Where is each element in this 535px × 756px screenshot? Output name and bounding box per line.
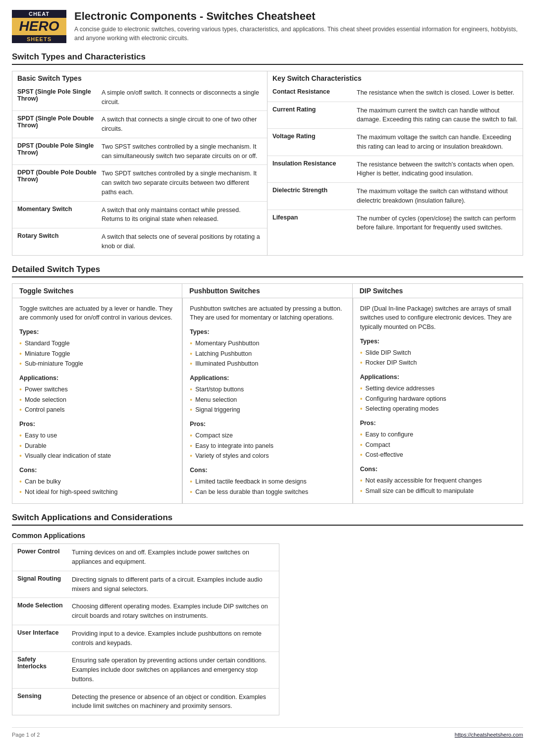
toggle-type-0: Standard Toggle: [19, 339, 175, 348]
app-val-2: Choosing different operating modes. Exam…: [72, 602, 274, 621]
detailed-headers: Toggle Switches Pushbutton Switches DIP …: [12, 284, 523, 298]
key-key-5: Lifespan: [272, 214, 352, 233]
dip-types-list: Slide DIP Switch Rocker DIP Switch: [360, 348, 516, 368]
key-row-0: Contact Resistance The resistance when t…: [268, 84, 523, 102]
dip-con-1: Small size can be difficult to manipulat…: [360, 486, 516, 496]
logo-sheets: SHEETS: [12, 35, 66, 43]
header-text: Electronic Components - Switches Cheatsh…: [74, 10, 523, 43]
key-switch-chars: Key Switch Characteristics Contact Resis…: [268, 71, 523, 255]
basic-switch-header: Basic Switch Types: [12, 71, 267, 84]
toggle-pros-head: Pros:: [19, 420, 175, 429]
pushbutton-app-0: Start/stop buttons: [190, 385, 345, 394]
basic-val-0: A simple on/off switch. It connects or d…: [102, 88, 262, 107]
dip-pro-0: Easy to configure: [360, 430, 516, 439]
app-val-5: Detecting the presence or absence of an …: [72, 693, 274, 711]
toggle-cons-list: Can be bulky Not ideal for high-speed sw…: [19, 477, 175, 497]
footer: Page 1 of 2 https://cheatsheetshero.com: [12, 727, 523, 738]
pushbutton-type-1: Latching Pushbutton: [190, 349, 345, 359]
dip-type-1: Rocker DIP Switch: [360, 358, 516, 368]
basic-key-5: Rotary Switch: [17, 232, 97, 251]
app-row-1: Signal Routing Directing signals to diff…: [12, 571, 279, 598]
toggle-apps-head: Applications:: [19, 374, 175, 383]
pushbutton-desc: Pushbutton switches are actuated by pres…: [190, 304, 345, 323]
key-row-2: Voltage Rating The maximum voltage the s…: [268, 129, 523, 156]
dip-app-0: Setting device addresses: [360, 384, 516, 393]
basic-key-0: SPST (Single Pole Single Throw): [17, 88, 97, 107]
dip-type-0: Slide DIP Switch: [360, 348, 516, 358]
app-key-5: Sensing: [17, 693, 67, 711]
toggle-content: Toggle switches are actuated by a lever …: [12, 298, 182, 504]
detailed-content: Toggle switches are actuated by a lever …: [12, 298, 523, 504]
dip-con-0: Not easily accessible for frequent chang…: [360, 476, 516, 486]
dip-cons-list: Not easily accessible for frequent chang…: [360, 476, 516, 496]
logo-hero: HERO: [12, 18, 66, 35]
key-key-1: Current Rating: [272, 106, 352, 125]
basic-key-4: Momentary Switch: [17, 206, 97, 224]
toggle-cons-head: Cons:: [19, 466, 175, 475]
basic-val-4: A switch that only maintains contact whi…: [102, 206, 262, 224]
dip-apps-head: Applications:: [360, 373, 516, 382]
key-row-4: Dielectric Strength The maximum voltage …: [268, 183, 523, 210]
toggle-pro-1: Durable: [19, 441, 175, 451]
basic-row-2: DPST (Double Pole Single Throw) Two SPST…: [12, 138, 267, 165]
key-val-4: The maximum voltage the switch can withs…: [357, 187, 518, 206]
toggle-apps-list: Power switches Mode selection Control pa…: [19, 385, 175, 415]
basic-val-5: A switch that selects one of several pos…: [102, 232, 262, 251]
key-row-1: Current Rating The maximum current the s…: [268, 102, 523, 129]
pushbutton-pro-0: Compact size: [190, 431, 345, 440]
pushbutton-types-list: Momentary Pushbutton Latching Pushbutton…: [190, 339, 345, 369]
key-row-3: Insulation Resistance The resistance bet…: [268, 156, 523, 183]
header: CHEAT HERO SHEETS Electronic Components …: [12, 10, 523, 43]
page-description: A concise guide to electronic switches, …: [74, 25, 523, 43]
footer-url[interactable]: https://cheatsheetshero.com: [455, 732, 523, 738]
basic-row-5: Rotary Switch A switch that selects one …: [12, 228, 267, 255]
key-val-0: The resistance when the switch is closed…: [357, 88, 518, 98]
dip-cons-head: Cons:: [360, 465, 516, 474]
dip-pro-2: Cost-effective: [360, 450, 516, 460]
toggle-type-1: Miniature Toggle: [19, 349, 175, 359]
app-key-2: Mode Selection: [17, 602, 67, 621]
toggle-desc: Toggle switches are actuated by a lever …: [19, 304, 175, 323]
pushbutton-header: Pushbutton Switches: [182, 284, 352, 298]
app-key-1: Signal Routing: [17, 575, 67, 594]
app-val-0: Turning devices on and off. Examples inc…: [72, 548, 274, 567]
app-row-2: Mode Selection Choosing different operat…: [12, 598, 279, 625]
toggle-header: Toggle Switches: [12, 284, 182, 298]
dip-types-head: Types:: [360, 337, 516, 346]
section1-title: Switch Types and Characteristics: [12, 52, 523, 65]
toggle-pros-list: Easy to use Durable Visually clear indic…: [19, 431, 175, 461]
pushbutton-content: Pushbutton switches are actuated by pres…: [182, 298, 352, 504]
pushbutton-cons-head: Cons:: [190, 466, 345, 475]
pushbutton-type-2: Illuminated Pushbutton: [190, 359, 345, 369]
dip-pros-list: Easy to configure Compact Cost-effective: [360, 430, 516, 460]
toggle-type-2: Sub-miniature Toggle: [19, 359, 175, 369]
pushbutton-cons-list: Limited tactile feedback in some designs…: [190, 477, 345, 497]
logo-cheat: CHEAT: [12, 10, 66, 18]
basic-key-2: DPST (Double Pole Single Throw): [17, 142, 97, 161]
toggle-app-2: Control panels: [19, 405, 175, 415]
key-key-4: Dielectric Strength: [272, 187, 352, 206]
key-val-3: The resistance between the switch's cont…: [357, 160, 518, 179]
common-apps-title: Common Applications: [12, 532, 523, 540]
app-row-3: User Interface Providing input to a devi…: [12, 625, 279, 652]
basic-key-3: DPDT (Double Pole Double Throw): [17, 169, 97, 197]
switch-types-grid: Basic Switch Types SPST (Single Pole Sin…: [12, 71, 523, 256]
pushbutton-con-0: Limited tactile feedback in some designs: [190, 477, 345, 486]
section3-title: Switch Applications and Considerations: [12, 513, 523, 526]
pushbutton-pro-2: Variety of styles and colors: [190, 451, 345, 461]
toggle-app-1: Mode selection: [19, 395, 175, 405]
toggle-app-0: Power switches: [19, 385, 175, 394]
basic-key-1: SPDT (Single Pole Double Throw): [17, 115, 97, 134]
dip-app-2: Selecting operating modes: [360, 404, 516, 414]
app-val-3: Providing input to a device. Examples in…: [72, 629, 274, 648]
basic-row-0: SPST (Single Pole Single Throw) A simple…: [12, 84, 267, 111]
page-title: Electronic Components - Switches Cheatsh…: [74, 10, 523, 23]
dip-content: DIP (Dual In-line Package) switches are …: [353, 298, 523, 504]
key-key-2: Voltage Rating: [272, 133, 352, 152]
dip-desc: DIP (Dual In-line Package) switches are …: [360, 304, 516, 332]
key-val-5: The number of cycles (open/close) the sw…: [357, 214, 518, 233]
app-key-3: User Interface: [17, 629, 67, 648]
dip-pro-1: Compact: [360, 440, 516, 450]
pushbutton-pros-head: Pros:: [190, 420, 345, 429]
app-val-4: Ensuring safe operation by preventing ac…: [72, 656, 274, 684]
